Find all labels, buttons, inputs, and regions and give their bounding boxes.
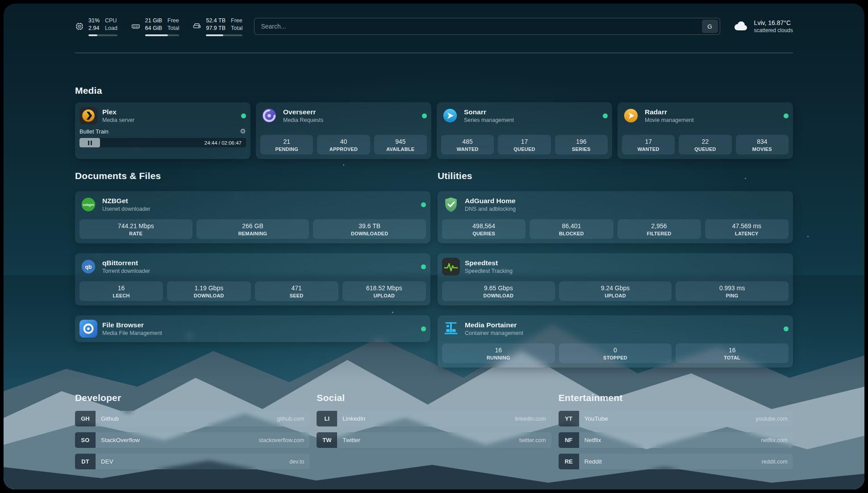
stat-label: DOWNLOAD [169,293,249,298]
stat-blocked: 86,401BLOCKED [530,219,613,239]
bookmark-dev[interactable]: DT DEV dev.to [75,454,309,469]
bookmark-stackoverflow[interactable]: SO StackOverflow stackoverflow.com [75,432,309,448]
middle-columns: Documents & Files nzbget NZBGet Usenet d… [75,171,793,368]
stat-queries: 498,564QUERIES [442,219,526,239]
memory-progress-fill [145,34,168,36]
bookmark-url: reddit.com [762,459,788,465]
stat-total: 16TOTAL [676,343,789,363]
speedtest-title: Speedtest [465,259,513,267]
bookmark-url: netflix.com [761,437,788,443]
plex-progress-bar[interactable]: 24:44 / 02:06:47 [79,138,246,147]
portainer-status-dot [784,326,789,331]
portainer-subtitle: Container management [465,330,523,336]
section-utilities: Utilities AdGuard Home DNS and adblockin… [438,171,793,368]
cpu-readout: 31% 2.94 CPU Load [88,17,117,36]
speedtest-icon [442,258,460,276]
stat-label: AVAILABLE [376,146,425,152]
bookmark-url: youtube.com [755,416,788,422]
qbittorrent-card[interactable]: qb qBittorrent Torrent downloader 16LEEC… [75,253,430,305]
stat-seed: 471SEED [255,281,338,301]
speedtest-stats: 9.65 GbpsDOWNLOAD 9.24 GbpsUPLOAD 0.993 … [442,281,789,301]
svg-text:qb: qb [85,264,92,270]
cloud-icon [732,20,749,33]
stat-label: WANTED [624,146,673,152]
plex-card[interactable]: Plex Media server Bullet Train ⚙ 24:44 /… [75,102,250,159]
stat-value: 39.6 TB [315,222,424,230]
filebrowser-icon [79,320,97,338]
bookmark-url: github.com [277,416,304,422]
adguard-card[interactable]: AdGuard Home DNS and adblocking 498,564Q… [438,191,793,243]
bookmark-name: Reddit [584,458,602,465]
bookmark-reddit[interactable]: RE Reddit reddit.com [559,454,793,469]
radarr-card[interactable]: Radarr Movie management 17WANTED 22QUEUE… [618,102,793,159]
search-input[interactable] [255,23,701,30]
gear-icon[interactable]: ⚙ [240,127,246,135]
nzbget-title: NZBGet [102,197,150,205]
weather-widget[interactable]: Lviv, 16.87°C scattered clouds [732,19,793,33]
overseerr-title: Overseerr [283,108,323,116]
stat-value: 40 [319,138,368,145]
stat-label: DOWNLOAD [444,293,553,298]
memory-total-label: Total [167,25,179,33]
nzbget-card[interactable]: nzbget NZBGet Usenet downloader 744.21 M… [75,191,430,243]
memory-progress-track [145,34,179,36]
stat-value: 266 GB [198,222,308,230]
stat-value: 9.65 Gbps [444,284,553,292]
memory-total-value: 64 GiB [145,25,162,33]
bookmark-name: Netflix [584,437,601,443]
plex-subtitle: Media server [102,117,134,123]
utilities-section-title: Utilities [438,171,793,181]
cpu-load-label: Load [105,25,117,33]
stat-value: 834 [738,138,787,145]
bookmark-netflix[interactable]: NF Netflix netflix.com [559,432,793,448]
bookmark-url: twitter.com [519,437,546,443]
bookmark-twitter[interactable]: TW Twitter twitter.com [317,432,551,448]
plex-status-dot [241,113,246,118]
sonarr-card[interactable]: Sonarr Series management 485WANTED 17QUE… [437,102,612,159]
disk-total-value: 97.9 TB [206,25,225,33]
speedtest-card[interactable]: Speedtest Speedtest Tracking 9.65 GbpsDO… [438,253,793,305]
stat-label: RATE [81,231,191,236]
stat-label: SERIES [557,146,606,152]
qbittorrent-status-dot [421,264,426,269]
bookmark-linkedin[interactable]: LI LinkedIn linkedin.com [317,411,551,426]
stat-value: 744.21 Mbps [81,222,191,230]
stat-rate: 744.21 MbpsRATE [79,219,192,239]
stat-label: UPLOAD [344,293,424,298]
disk-progress-track [206,34,242,36]
stat-wanted: 485WANTED [441,135,494,155]
pause-button[interactable] [79,138,100,147]
portainer-card[interactable]: Media Portainer Container management 16R… [438,315,793,368]
stat-value: 16 [444,347,553,354]
dashboard-frame: 31% 2.94 CPU Load [4,4,864,489]
overseerr-subtitle: Media Requests [283,117,323,123]
stat-label: QUERIES [444,231,524,236]
filebrowser-status-dot [421,326,426,331]
disk-icon [192,22,201,31]
radarr-icon [622,107,640,125]
bookmark-youtube[interactable]: YT YouTube youtube.com [559,411,793,426]
filebrowser-title: File Browser [102,321,162,329]
stat-value: 0.993 ms [677,284,787,292]
bookmarks-entertainment: Entertainment YT YouTube youtube.com NF … [559,393,793,475]
overseerr-stats: 21PENDING 40APPROVED 945AVAILABLE [260,135,427,155]
bookmark-github[interactable]: GH Github github.com [75,411,309,426]
sonarr-stats: 485WANTED 17QUEUED 196SERIES [441,135,608,155]
filebrowser-card[interactable]: File Browser Media File Management [75,315,430,342]
stat-filtered: 2,956FILTERED [618,219,701,239]
stat-label: APPROVED [319,146,368,152]
stat-label: LEECH [81,293,161,298]
bookmark-abbr: GH [75,411,96,426]
stat-remaining: 266 GBREMAINING [196,219,309,239]
stat-label: PENDING [262,146,311,152]
search-bar: G [254,18,720,35]
stat-queued: 17QUEUED [498,135,551,155]
stat-latency: 47.569 msLATENCY [705,219,789,239]
overseerr-card[interactable]: Overseerr Media Requests 21PENDING 40APP… [256,102,431,159]
sonarr-status-dot [603,113,608,118]
stat-label: MOVIES [738,146,787,152]
cpu-load-value: 2.94 [88,25,100,33]
stat-downloaded: 39.6 TBDOWNLOADED [313,219,426,239]
stat-value: 17 [500,138,549,145]
search-provider-button[interactable]: G [702,20,718,33]
